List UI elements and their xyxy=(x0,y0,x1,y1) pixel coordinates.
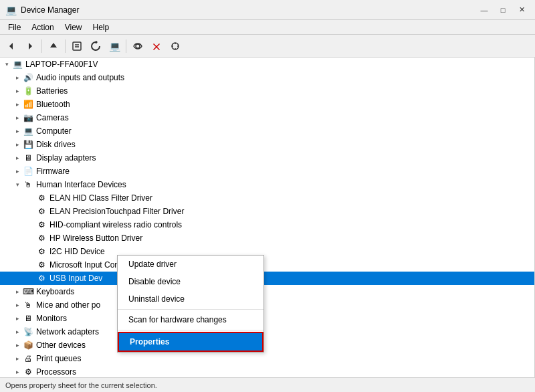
device-tree[interactable]: 💻 LAPTOP-FFA00F1V 🔊Audio inputs and outp… xyxy=(0,58,535,377)
expand-monitors[interactable] xyxy=(12,313,23,324)
expand-hid3[interactable] xyxy=(25,219,36,230)
expand-other[interactable] xyxy=(12,340,23,351)
expand-audio[interactable] xyxy=(12,72,23,83)
label-bluetooth: Bluetooth xyxy=(36,100,70,109)
icon-monitors: 🖥 xyxy=(23,313,33,324)
expand-network[interactable] xyxy=(12,326,23,337)
menu-help[interactable]: Help xyxy=(88,21,115,33)
expand-disk[interactable] xyxy=(12,139,23,150)
status-text: Opens property sheet for the current sel… xyxy=(5,381,157,389)
minimize-button[interactable]: — xyxy=(476,3,492,17)
label-network: Network adapters xyxy=(36,327,99,336)
expand-bluetooth[interactable] xyxy=(12,99,23,110)
back-button[interactable] xyxy=(3,37,20,55)
expand-hid[interactable] xyxy=(12,179,23,190)
tree-item-monitors[interactable]: 🖥Monitors xyxy=(0,312,534,325)
menu-view[interactable]: View xyxy=(60,21,88,33)
svg-point-3 xyxy=(136,44,140,48)
expand-hid5[interactable] xyxy=(25,246,36,257)
expand-cameras[interactable] xyxy=(12,112,23,123)
expand-firmware[interactable] xyxy=(12,166,23,177)
label-hid1: ELAN HID Class Filter Driver xyxy=(49,193,152,203)
toolbar-separator-1 xyxy=(41,39,42,53)
tree-item-firmware[interactable]: 📄Firmware xyxy=(0,165,534,178)
ctx-item-scan[interactable]: Scan for hardware changes xyxy=(118,311,263,328)
icon-hid: 🖱 xyxy=(23,179,33,190)
tree-item-hid5[interactable]: ⚙I2C HID Device xyxy=(0,245,534,258)
icon-network: 📡 xyxy=(23,326,33,337)
tree-root[interactable]: 💻 LAPTOP-FFA00F1V xyxy=(0,58,534,71)
main-area: 💻 LAPTOP-FFA00F1V 🔊Audio inputs and outp… xyxy=(0,58,535,377)
up-button[interactable] xyxy=(45,37,62,55)
menu-bar: File Action View Help xyxy=(0,20,535,35)
tree-item-mice[interactable]: 🖱Mice and other po xyxy=(0,298,534,312)
scan-button[interactable] xyxy=(167,37,184,55)
ctx-item-uninstall[interactable]: Uninstall device xyxy=(118,290,263,308)
label-monitors: Monitors xyxy=(36,314,67,323)
maximize-button[interactable]: □ xyxy=(495,3,511,17)
tree-item-hid3[interactable]: ⚙HID-compliant wireless radio controls xyxy=(0,218,534,231)
label-print: Print queues xyxy=(36,354,81,363)
icon-hid7: ⚙ xyxy=(36,273,47,284)
tree-item-hid2[interactable]: ⚙ELAN PrecisionTouchpad Filter Driver xyxy=(0,205,534,218)
tree-item-bluetooth[interactable]: 📶Bluetooth xyxy=(0,98,534,111)
remove-button[interactable] xyxy=(148,37,165,55)
menu-file[interactable]: File xyxy=(3,21,26,33)
icon-audio: 🔊 xyxy=(23,72,33,83)
forward-button[interactable] xyxy=(21,37,39,55)
label-display: Display adapters xyxy=(36,153,96,163)
ctx-item-properties[interactable]: Properties xyxy=(118,332,263,352)
properties-button[interactable] xyxy=(68,37,86,55)
menu-action[interactable]: Action xyxy=(26,21,59,33)
label-cameras: Cameras xyxy=(36,113,69,122)
update-button[interactable] xyxy=(87,37,104,55)
ctx-item-update[interactable]: Update driver xyxy=(118,256,263,273)
tree-item-other[interactable]: 📦Other devices xyxy=(0,338,534,352)
expand-hid2[interactable] xyxy=(25,206,36,217)
icon-print: 🖨 xyxy=(23,353,33,364)
tree-item-hid[interactable]: 🖱Human Interface Devices xyxy=(0,178,534,191)
label-hid2: ELAN PrecisionTouchpad Filter Driver xyxy=(49,207,184,216)
toolbar-separator-3 xyxy=(126,39,126,53)
tree-item-network[interactable]: 📡Network adapters xyxy=(0,325,534,338)
expand-hid1[interactable] xyxy=(25,193,36,203)
tree-item-audio[interactable]: 🔊Audio inputs and outputs xyxy=(0,71,534,84)
icon-hid1: ⚙ xyxy=(36,193,47,203)
ctx-sep-sep1 xyxy=(118,309,263,310)
computer-button[interactable]: 💻 xyxy=(106,37,123,55)
label-hid: Human Interface Devices xyxy=(36,180,126,189)
expand-mice[interactable] xyxy=(12,300,23,310)
tree-item-display[interactable]: 🖥Display adapters xyxy=(0,151,534,165)
tree-item-cameras[interactable]: 📷Cameras xyxy=(0,111,534,124)
tree-item-processors[interactable]: ⚙Processors xyxy=(0,365,534,377)
expand-root[interactable] xyxy=(1,59,12,70)
icon-keyboards: ⌨ xyxy=(23,286,33,297)
show-hidden-button[interactable] xyxy=(129,37,146,55)
close-button[interactable]: ✕ xyxy=(514,3,530,17)
ctx-item-disable[interactable]: Disable device xyxy=(118,273,263,290)
tree-item-batteries[interactable]: 🔋Batteries xyxy=(0,84,534,98)
svg-rect-0 xyxy=(73,42,81,50)
tree-item-hid7[interactable]: ⚙USB Input Dev xyxy=(0,272,534,285)
expand-keyboards[interactable] xyxy=(12,286,23,297)
tree-item-keyboards[interactable]: ⌨Keyboards xyxy=(0,285,534,298)
tree-item-hid6[interactable]: ⚙Microsoft Input Configuration Device xyxy=(0,258,534,272)
tree-item-print[interactable]: 🖨Print queues xyxy=(0,352,534,365)
context-menu: Update driverDisable deviceUninstall dev… xyxy=(117,255,264,353)
tree-item-hid4[interactable]: ⚙HP Wireless Button Driver xyxy=(0,231,534,245)
expand-batteries[interactable] xyxy=(12,86,23,96)
tree-items: 🔊Audio inputs and outputs🔋Batteries📶Blue… xyxy=(0,71,534,377)
expand-hid7[interactable] xyxy=(25,273,36,284)
tree-item-disk[interactable]: 💾Disk drives xyxy=(0,138,534,151)
label-batteries: Batteries xyxy=(36,86,68,96)
expand-processors[interactable] xyxy=(12,367,23,377)
expand-hid4[interactable] xyxy=(25,233,36,243)
toolbar: 💻 xyxy=(0,35,535,58)
expand-computer[interactable] xyxy=(12,126,23,136)
expand-print[interactable] xyxy=(12,353,23,364)
expand-hid6[interactable] xyxy=(25,260,36,270)
tree-item-computer[interactable]: 💻Computer xyxy=(0,124,534,138)
tree-item-hid1[interactable]: ⚙ELAN HID Class Filter Driver xyxy=(0,191,534,205)
expand-display[interactable] xyxy=(12,153,23,163)
ctx-sep-sep2 xyxy=(118,330,263,330)
